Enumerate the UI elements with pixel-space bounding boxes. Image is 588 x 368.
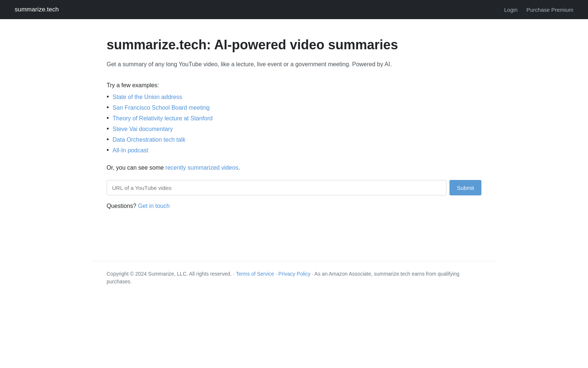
questions-prefix: Questions? <box>107 203 138 209</box>
example-link-all-in-podcast[interactable]: All-In podcast <box>112 147 148 154</box>
footer-text: Copyright © 2024 Summarize, LLC. All rig… <box>107 270 481 286</box>
url-form: Submit <box>107 180 481 195</box>
list-item: Theory of Relativity lecture at Stanford <box>107 114 481 122</box>
example-link-data-orchestration[interactable]: Data Orchestration tech talk <box>112 137 185 143</box>
get-in-touch-link[interactable]: Get in touch <box>138 203 169 209</box>
submit-button[interactable]: Submit <box>449 180 481 195</box>
login-link[interactable]: Login <box>504 7 518 13</box>
list-item: All-In podcast <box>107 146 481 154</box>
recent-summary-suffix: . <box>238 164 240 171</box>
url-input[interactable] <box>107 180 447 195</box>
recent-summary-prefix: Or, you can see some <box>107 164 165 171</box>
navbar-links: Login Purchase Premium <box>504 7 573 13</box>
example-link-steve-vai[interactable]: Steve Vai documentary <box>112 126 173 132</box>
footer-separator1: · <box>274 271 279 277</box>
example-link-relativity-lecture[interactable]: Theory of Relativity lecture at Stanford <box>112 115 212 122</box>
terms-of-service-link[interactable]: Terms of Service <box>236 271 274 277</box>
recently-summarized-link[interactable]: recently summarized videos <box>165 164 238 171</box>
questions-text: Questions? Get in touch <box>107 203 481 209</box>
purchase-premium-link[interactable]: Purchase Premium <box>526 7 573 13</box>
list-item: Data Orchestration tech talk <box>107 136 481 144</box>
privacy-policy-link[interactable]: Privacy Policy <box>279 271 311 277</box>
list-item: San Francisco School Board meeting <box>107 104 481 112</box>
example-link-state-of-union[interactable]: State of the Union address <box>112 94 182 100</box>
list-item: Steve Vai documentary <box>107 125 481 133</box>
footer-copyright: Copyright © 2024 Summarize, LLC. All rig… <box>107 271 236 277</box>
examples-heading: Try a few examples: <box>107 82 481 89</box>
example-link-sf-school-board[interactable]: San Francisco School Board meeting <box>112 105 209 111</box>
navbar: summarize.tech Login Purchase Premium <box>0 0 588 19</box>
page-title: summarize.tech: AI-powered video summari… <box>107 37 481 53</box>
page-subtitle: Get a summary of any long YouTube video,… <box>107 60 481 69</box>
recent-summary-text: Or, you can see some recently summarized… <box>107 164 481 171</box>
footer: Copyright © 2024 Summarize, LLC. All rig… <box>92 261 496 294</box>
list-item: State of the Union address <box>107 93 481 101</box>
examples-list: State of the Union address San Francisco… <box>107 93 481 154</box>
navbar-brand[interactable]: summarize.tech <box>15 6 59 13</box>
main-content: summarize.tech: AI-powered video summari… <box>92 19 496 261</box>
